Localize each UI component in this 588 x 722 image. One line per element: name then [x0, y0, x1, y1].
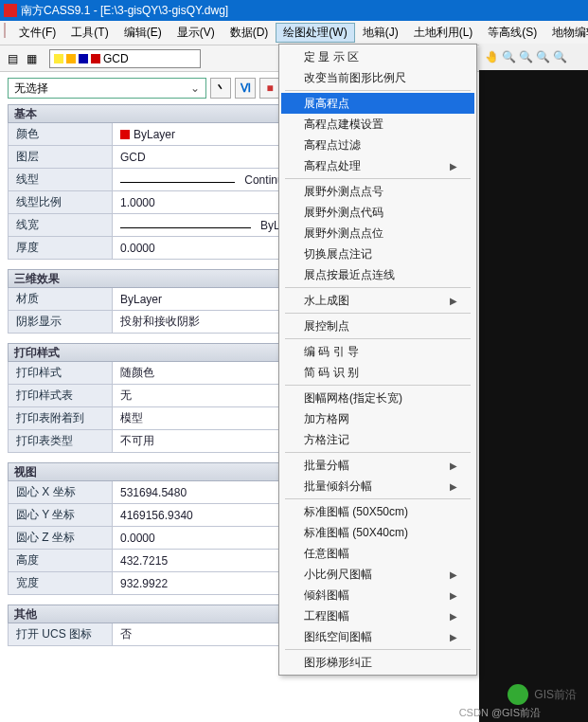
- menu-item[interactable]: 编 码 引 导: [281, 341, 474, 362]
- menu-3[interactable]: 显示(V): [169, 23, 223, 43]
- menu-item-label: 高程点处理: [304, 158, 361, 174]
- prop-row[interactable]: 圆心 Z 坐标0.0000: [8, 527, 311, 550]
- prop-row[interactable]: 打印表附着到模型: [8, 407, 311, 430]
- menu-item[interactable]: 加方格网: [281, 408, 474, 429]
- zoom-out-icon[interactable]: 🔍: [536, 50, 550, 63]
- prop-value-text: 无: [120, 388, 132, 404]
- menu-4[interactable]: 数据(D): [223, 23, 276, 43]
- prop-value-text: 4169156.9340: [120, 509, 193, 522]
- prop-row[interactable]: 圆心 Y 坐标4169156.9340: [8, 504, 311, 527]
- prop-value-text: 随颜色: [120, 365, 154, 381]
- prop-row[interactable]: 打印样式随颜色: [8, 362, 311, 385]
- line-sample: [120, 182, 235, 183]
- menu-separator: [285, 498, 471, 499]
- app-icon: [4, 4, 17, 17]
- menu-item[interactable]: 高程点处理▶: [281, 155, 474, 176]
- section-header[interactable]: 打印样式⌃: [8, 343, 311, 362]
- menu-item[interactable]: 小比例尺图幅▶: [281, 564, 474, 585]
- menu-separator: [285, 178, 471, 179]
- menu-item[interactable]: 方格注记: [281, 429, 474, 450]
- menu-item[interactable]: 批量分幅▶: [281, 455, 474, 476]
- model-space[interactable]: [479, 70, 588, 722]
- menu-item[interactable]: 展控制点: [281, 316, 474, 336]
- menu-item[interactable]: 高程点建模设置: [281, 114, 474, 135]
- prop-row[interactable]: 材质ByLayer: [8, 288, 311, 311]
- prop-row[interactable]: 线型Continuous: [8, 169, 311, 191]
- menu-7[interactable]: 土地利用(L): [406, 23, 481, 43]
- menu-item[interactable]: 展野外测点代码: [281, 202, 474, 223]
- prop-row[interactable]: 圆心 X 坐标531694.5480: [8, 481, 311, 504]
- menu-6[interactable]: 地籍(J): [355, 23, 406, 43]
- menu-item-label: 标准图幅 (50X40cm): [304, 525, 408, 541]
- tool-btn-3[interactable]: ■: [259, 78, 280, 99]
- selection-combo[interactable]: 无选择 ⌄: [8, 78, 206, 99]
- zoom-in-icon[interactable]: 🔍: [519, 50, 533, 63]
- doc-icon[interactable]: [4, 23, 6, 38]
- menu-item-label: 批量倾斜分幅: [304, 478, 372, 495]
- section-header[interactable]: 视图⌃: [8, 462, 311, 481]
- prop-label: 圆心 X 坐标: [9, 481, 113, 503]
- prop-row[interactable]: 线型比例1.0000: [8, 191, 311, 214]
- menu-item[interactable]: 改变当前图形比例尺: [281, 67, 474, 88]
- menu-item[interactable]: 展点按最近点连线: [281, 264, 474, 285]
- menu-item[interactable]: 工程图幅▶: [281, 605, 474, 626]
- menu-item[interactable]: 任意图幅: [281, 543, 474, 564]
- menu-item-label: 小比例尺图幅: [304, 567, 372, 583]
- prop-row[interactable]: 线宽ByLayer: [8, 214, 311, 237]
- menu-item-label: 展点按最近点连线: [304, 267, 395, 283]
- menu-item-label: 工程图幅: [304, 608, 349, 624]
- menu-item[interactable]: 展高程点: [281, 93, 474, 114]
- zoom-icon[interactable]: 🔍: [502, 50, 516, 63]
- menu-item[interactable]: 标准图幅 (50X50cm): [281, 501, 474, 522]
- prop-row[interactable]: 阴影显示投射和接收阴影: [8, 311, 311, 334]
- menu-item-label: 图形梯形纠正: [304, 655, 372, 671]
- menu-item[interactable]: 切换展点注记: [281, 244, 474, 264]
- prop-label: 线型比例: [9, 191, 113, 213]
- prop-row[interactable]: 高度432.7215: [8, 550, 311, 572]
- section-header[interactable]: 基本⌃: [8, 104, 311, 123]
- prop-row[interactable]: 厚度0.0000: [8, 237, 311, 260]
- menu-0[interactable]: 文件(F): [11, 23, 63, 43]
- menu-9[interactable]: 地物编辑: [544, 23, 588, 43]
- menu-item[interactable]: 高程点过滤: [281, 135, 474, 155]
- menu-item-label: 展野外测点点号: [304, 184, 383, 200]
- zoom-ext-icon[interactable]: 🔍: [553, 50, 567, 63]
- prop-label: 打印表附着到: [9, 407, 113, 429]
- hand-icon[interactable]: 🤚: [485, 50, 499, 63]
- tool-btn-1[interactable]: 丶: [210, 78, 231, 99]
- menu-item[interactable]: 图形梯形纠正: [281, 652, 474, 673]
- menu-separator: [285, 338, 471, 339]
- menu-item[interactable]: 展野外测点点位: [281, 223, 474, 244]
- layers-icon[interactable]: ▤: [4, 50, 21, 67]
- menu-1[interactable]: 工具(T): [63, 23, 116, 43]
- menu-item[interactable]: 定 显 示 区: [281, 46, 474, 67]
- prop-value-text: 模型: [120, 410, 143, 426]
- menu-item[interactable]: 简 码 识 别: [281, 362, 474, 383]
- prop-row[interactable]: 打印表类型不可用: [8, 430, 311, 453]
- menu-item[interactable]: 图幅网格(指定长宽): [281, 388, 474, 408]
- prop-row[interactable]: 颜色ByLayer: [8, 123, 311, 146]
- layers-filter-icon[interactable]: ▦: [23, 50, 40, 67]
- menu-item[interactable]: 倾斜图幅▶: [281, 585, 474, 605]
- menu-8[interactable]: 等高线(S): [480, 23, 544, 43]
- menu-item[interactable]: 展野外测点点号: [281, 181, 474, 202]
- menu-item[interactable]: 图纸空间图幅▶: [281, 626, 474, 647]
- menu-5[interactable]: 绘图处理(W): [276, 23, 354, 43]
- prop-row[interactable]: 打开 UCS 图标否: [8, 623, 311, 646]
- prop-row[interactable]: 打印样式表无: [8, 385, 311, 407]
- menu-item[interactable]: 水上成图▶: [281, 290, 474, 311]
- title-bar: 南方CASS9.1 - [E:\3-gisQY\3-gisQY.dwg]: [0, 0, 588, 21]
- menu-2[interactable]: 编辑(E): [116, 23, 169, 43]
- section-header[interactable]: 三维效果⌃: [8, 269, 311, 288]
- watermark: GIS前沿: [508, 684, 577, 705]
- menu-item-label: 改变当前图形比例尺: [304, 70, 406, 86]
- zoom-toolbar: 🤚 🔍 🔍 🔍 🔍: [479, 44, 588, 70]
- tool-btn-2[interactable]: Ⅵ: [235, 78, 256, 99]
- menu-item-label: 编 码 引 导: [304, 344, 359, 360]
- prop-row[interactable]: 宽度932.9922: [8, 572, 311, 595]
- menu-item[interactable]: 批量倾斜分幅▶: [281, 476, 474, 496]
- section-header[interactable]: 其他⌃: [8, 605, 311, 623]
- menu-item[interactable]: 标准图幅 (50X40cm): [281, 522, 474, 543]
- prop-row[interactable]: 图层GCD: [8, 146, 311, 169]
- layer-combo[interactable]: GCD: [49, 49, 201, 68]
